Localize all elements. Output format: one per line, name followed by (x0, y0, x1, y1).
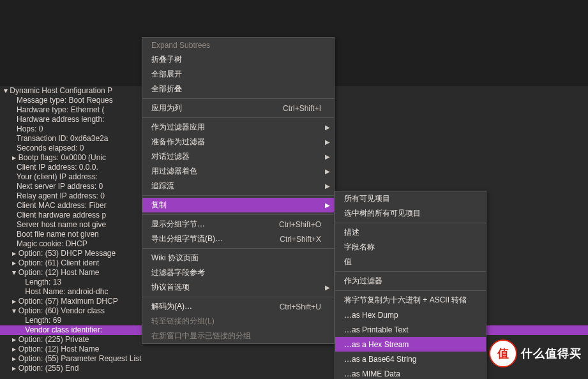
menu-item: 转至链接的分组(L) (142, 314, 334, 329)
menu-item[interactable]: 选中树的所有可见项目 (335, 206, 486, 221)
menu-item[interactable]: 字段名称 (335, 240, 486, 255)
menu-item-label: 准备作为过滤器 (151, 137, 321, 147)
menu-item[interactable]: 复制▶ (142, 198, 334, 212)
menu-item[interactable]: 所有可见项目 (335, 191, 486, 206)
menu-item-label: Expand Subtrees (151, 41, 321, 50)
submenu-arrow-icon: ▶ (325, 153, 330, 160)
menu-item-label: …as MIME Data (344, 369, 473, 378)
submenu-arrow-icon: ▶ (325, 124, 330, 131)
menu-separator (142, 195, 334, 196)
menu-item-hotkey: Ctrl+Shift+I (283, 104, 321, 113)
menu-item[interactable]: Wiki 协议页面 (142, 251, 334, 265)
menu-item-label: …as Printable Text (344, 325, 473, 334)
menu-item-label: 用过滤器着色 (151, 166, 321, 177)
submenu-arrow-icon: ▶ (325, 182, 330, 190)
menu-item-label: 全部展开 (151, 69, 321, 80)
menu-item-label: 选中树的所有可见项目 (344, 208, 473, 219)
menu-item[interactable]: …as a Hex Stream (335, 337, 486, 352)
menu-item[interactable]: 应用为列Ctrl+Shift+I (142, 101, 334, 115)
submenu-arrow-icon: ▶ (325, 168, 330, 175)
menu-item-label: …as a Base64 String (344, 355, 473, 364)
menu-item-label: 作为过滤器应用 (151, 122, 321, 133)
menu-item[interactable]: 导出分组字节流(B)…Ctrl+Shift+X (142, 232, 334, 246)
menu-separator (142, 214, 334, 215)
watermark-badge: 值 什么值得买 (489, 339, 582, 368)
menu-item-label: 所有可见项目 (344, 193, 473, 204)
menu-item[interactable]: 显示分组字节…Ctrl+Shift+O (142, 217, 334, 232)
menu-separator (142, 98, 334, 99)
menu-item-label: …as Hex Dump (344, 311, 473, 320)
menu-item-label: 折叠子树 (151, 54, 321, 65)
menu-item[interactable]: 将字节复制为十六进制 + ASCII 转储 (335, 293, 486, 308)
context-submenu-copy[interactable]: 所有可见项目选中树的所有可见项目描述字段名称值作为过滤器将字节复制为十六进制 +… (335, 191, 486, 379)
menu-item-label: 字段名称 (344, 242, 473, 253)
menu-item-hotkey: Ctrl+Shift+X (280, 235, 321, 244)
menu-item-label: 过滤器字段参考 (151, 267, 321, 278)
menu-separator (142, 248, 334, 249)
menu-item[interactable]: 作为过滤器 (335, 274, 486, 288)
menu-item-label: 描述 (344, 227, 473, 238)
menu-item[interactable]: 折叠子树 (142, 52, 334, 67)
menu-item-label: 对话过滤器 (151, 151, 321, 162)
menu-separator (335, 290, 486, 291)
menu-item-label: 导出分组字节流(B)… (151, 234, 260, 244)
menu-item-hotkey: Ctrl+Shift+U (280, 302, 321, 311)
submenu-arrow-icon: ▶ (325, 138, 330, 145)
menu-item: Expand Subtrees (142, 38, 334, 52)
menu-item-label: 追踪流 (151, 181, 321, 191)
menu-item-label: 应用为列 (151, 103, 264, 114)
menu-separator (142, 297, 334, 297)
watermark-text: 什么值得买 (521, 346, 582, 361)
menu-item[interactable]: …as Hex Dump (335, 308, 486, 322)
menu-item[interactable]: …as Printable Text (335, 322, 486, 337)
menu-item-label: 显示分组字节… (151, 219, 260, 230)
menu-item[interactable]: 协议首选项▶ (142, 280, 334, 295)
menu-item-label: 全部折叠 (151, 84, 321, 94)
menu-item[interactable]: 过滤器字段参考 (142, 265, 334, 280)
menu-item[interactable]: 准备作为过滤器▶ (142, 135, 334, 149)
context-menu-main[interactable]: Expand Subtrees折叠子树全部展开全部折叠应用为列Ctrl+Shif… (142, 37, 335, 344)
menu-item-label: 解码为(A)… (151, 301, 260, 312)
menu-item-label: 将字节复制为十六进制 + ASCII 转储 (344, 295, 473, 306)
menu-item-label: 协议首选项 (151, 282, 321, 293)
menu-item[interactable]: …as MIME Data (335, 366, 486, 379)
menu-item-label: Wiki 协议页面 (151, 253, 321, 264)
menu-separator (335, 271, 486, 272)
menu-item[interactable]: 解码为(A)…Ctrl+Shift+U (142, 299, 334, 314)
submenu-arrow-icon: ▶ (325, 284, 330, 291)
watermark-icon: 值 (489, 339, 517, 368)
menu-item[interactable]: 追踪流▶ (142, 179, 334, 193)
menu-item[interactable]: 作为过滤器应用▶ (142, 120, 334, 135)
menu-item[interactable]: 对话过滤器▶ (142, 149, 334, 164)
menu-item[interactable]: 全部折叠 (142, 82, 334, 96)
menu-item-label: 转至链接的分组(L) (151, 316, 321, 327)
menu-item-label: 在新窗口中显示已链接的分组 (151, 331, 321, 341)
menu-item[interactable]: 用过滤器着色▶ (142, 164, 334, 179)
menu-item-label: 复制 (151, 200, 321, 211)
submenu-arrow-icon: ▶ (325, 202, 330, 209)
menu-separator (335, 223, 486, 223)
menu-item[interactable]: …as a Base64 String (335, 352, 486, 366)
menu-item-hotkey: Ctrl+Shift+O (279, 220, 321, 229)
menu-item-label: …as a Hex Stream (344, 340, 473, 349)
menu-item[interactable]: 全部展开 (142, 67, 334, 82)
menu-item[interactable]: 描述 (335, 225, 486, 240)
menu-item[interactable]: 值 (335, 255, 486, 269)
menu-item-label: 值 (344, 256, 473, 267)
menu-item-label: 作为过滤器 (344, 276, 473, 286)
menu-item: 在新窗口中显示已链接的分组 (142, 329, 334, 343)
menu-separator (142, 117, 334, 118)
